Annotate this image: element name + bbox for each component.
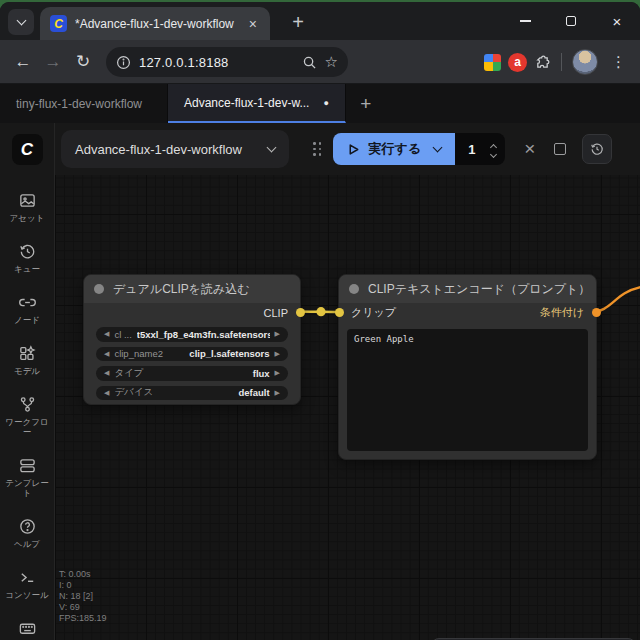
- top-menubar: Advance-flux-1-dev-workflow 実行する 1: [55, 123, 640, 175]
- node-title: デュアルCLIPを読み込む: [113, 281, 250, 298]
- back-button[interactable]: ←: [8, 52, 38, 72]
- prompt-text-input[interactable]: Green Apple: [347, 329, 588, 451]
- widget-clip-name1[interactable]: ◀ cl ... t5xxl_fp8_e4m3fn.safetensors ▶: [96, 327, 288, 342]
- widget-clip-name2[interactable]: ◀ clip_name2 clip_l.safetensors ▶: [96, 347, 288, 362]
- tab-close-icon[interactable]: ×: [246, 15, 260, 33]
- window-close-button[interactable]: ×: [594, 2, 640, 40]
- extensions-row: a ⋮: [484, 40, 632, 84]
- comfyui-logo[interactable]: C: [12, 134, 43, 165]
- sidebar-item-assets[interactable]: アセット: [0, 185, 55, 229]
- run-button-label: 実行する: [369, 140, 422, 158]
- window-controls: ×: [502, 2, 640, 40]
- workflow-tab-tiny-flux[interactable]: tiny-flux-1-dev-workflow: [0, 84, 168, 123]
- stepper-arrows[interactable]: [491, 142, 496, 157]
- run-controls: 実行する 1 ×: [313, 133, 612, 165]
- google-extension-icon[interactable]: [484, 54, 501, 71]
- sidebar-item-shortcuts[interactable]: ショートカット: [0, 613, 55, 640]
- stop-button[interactable]: [554, 143, 566, 155]
- collapse-dot-icon[interactable]: [94, 284, 104, 294]
- node-header[interactable]: CLIPテキストエンコード（プロンプト）: [339, 275, 596, 303]
- stop-icon: [554, 143, 566, 155]
- window-minimize-button[interactable]: [502, 2, 548, 40]
- input-port-clip[interactable]: [335, 308, 344, 317]
- arrow-left-icon[interactable]: ◀: [104, 350, 109, 358]
- sidebar-item-workflows[interactable]: ワークフロー: [0, 389, 55, 443]
- window-maximize-button[interactable]: [548, 2, 594, 40]
- new-tab-button[interactable]: +: [284, 8, 312, 36]
- port-row: クリップ 条件付け: [339, 303, 596, 322]
- site-info-icon[interactable]: [116, 55, 131, 70]
- browser-toolbar: ← → ↻ 127.0.0.1:8188 ☆ a ⋮: [0, 40, 640, 84]
- arrow-right-icon[interactable]: ▶: [275, 350, 280, 358]
- play-icon: [347, 143, 360, 156]
- widget-device[interactable]: ◀ デバイス default ▶: [96, 386, 288, 401]
- new-workflow-tab-button[interactable]: +: [346, 84, 386, 123]
- node-header[interactable]: デュアルCLIPを読み込む: [84, 275, 300, 303]
- node-clip-text-encode[interactable]: CLIPテキストエンコード（プロンプト） クリップ 条件付け Green App…: [338, 274, 597, 460]
- unsaved-changes-dot: ●: [323, 98, 328, 108]
- arrow-left-icon[interactable]: ◀: [104, 330, 109, 338]
- extensions-puzzle-icon[interactable]: [534, 54, 551, 71]
- arrow-right-icon[interactable]: ▶: [275, 369, 280, 377]
- workflow-tabbar: tiny-flux-1-dev-workflow Advance-flux-1-…: [0, 84, 640, 123]
- help-icon: [18, 517, 37, 536]
- output-port-conditioning[interactable]: [592, 308, 601, 317]
- url-text[interactable]: 127.0.0.1:8188: [139, 55, 294, 70]
- minimize-icon: [520, 20, 531, 21]
- chevron-down-icon[interactable]: [433, 142, 443, 152]
- maximize-icon: [566, 16, 576, 26]
- run-button[interactable]: 実行する: [333, 133, 456, 165]
- browser-menu-button[interactable]: ⋮: [605, 53, 632, 71]
- arrow-left-icon[interactable]: ◀: [104, 369, 109, 377]
- sidebar-item-help[interactable]: ヘルプ: [0, 511, 55, 555]
- profile-avatar[interactable]: [572, 49, 598, 75]
- history-icon: [18, 242, 37, 261]
- chevron-down-icon: [267, 142, 277, 152]
- arrow-right-icon[interactable]: ▶: [275, 330, 280, 338]
- node-dual-clip-loader[interactable]: デュアルCLIPを読み込む CLIP ◀ cl ... t5xxl_fp8_e4…: [83, 274, 301, 405]
- arrow-left-icon[interactable]: ◀: [104, 389, 109, 397]
- cancel-run-button[interactable]: ×: [524, 138, 535, 160]
- comfyui-favicon-icon: C: [50, 15, 67, 32]
- browser-tab-active[interactable]: C *Advance-flux-1-dev-workflow ×: [40, 7, 270, 40]
- zoom-page-icon[interactable]: [302, 55, 317, 70]
- comfyui-body: C アセット キュー ノード モデル ワークフロー: [0, 123, 640, 640]
- workflow-tab-label: Advance-flux-1-dev-w...: [184, 96, 309, 110]
- graph-canvas[interactable]: Advance-flux-1-dev-workflow 実行する 1: [55, 123, 640, 640]
- workflow-selector-dropdown[interactable]: Advance-flux-1-dev-workflow: [61, 130, 289, 168]
- arrow-right-icon[interactable]: ▶: [275, 389, 280, 397]
- history-clock-icon: [589, 141, 605, 157]
- node-title: CLIPテキストエンコード（プロンプト）: [368, 281, 590, 298]
- widget-type[interactable]: ◀ タイプ flux ▶: [96, 366, 288, 381]
- stat-nodes: N: 18 [2]: [59, 591, 107, 602]
- reload-button[interactable]: ↻: [68, 51, 98, 72]
- tab-search-button[interactable]: [8, 9, 34, 35]
- sidebar-item-templates[interactable]: テンプレート: [0, 450, 55, 504]
- image-icon: [18, 191, 37, 210]
- chevron-down-icon: [490, 150, 497, 157]
- stat-iterations: I: 0: [59, 580, 107, 591]
- bookmark-star-icon[interactable]: ☆: [325, 53, 338, 71]
- drag-handle-icon[interactable]: [313, 142, 322, 156]
- address-bar[interactable]: 127.0.0.1:8188 ☆: [106, 47, 348, 77]
- output-port-clip[interactable]: [296, 308, 305, 317]
- chevron-down-icon: [16, 15, 26, 25]
- browser-tabstrip: C *Advance-flux-1-dev-workflow × + ×: [0, 2, 640, 40]
- terminal-icon: [18, 568, 37, 587]
- batch-count-stepper[interactable]: 1: [455, 133, 505, 165]
- run-history-button[interactable]: [582, 134, 612, 164]
- perf-stats: T: 0.00s I: 0 N: 18 [2] V: 69 FPS:185.19: [59, 569, 107, 624]
- workflow-tab-advance-flux[interactable]: Advance-flux-1-dev-w... ●: [168, 84, 346, 123]
- red-extension-icon[interactable]: a: [508, 53, 527, 72]
- sidebar-item-nodes[interactable]: ノード: [0, 287, 55, 331]
- keyboard-icon: [18, 619, 37, 638]
- link-midpoint-dot: [316, 307, 325, 316]
- sidebar-item-models[interactable]: モデル: [0, 338, 55, 382]
- stat-time: T: 0.00s: [59, 569, 107, 580]
- sidebar-item-queue[interactable]: キュー: [0, 236, 55, 280]
- collapse-dot-icon[interactable]: [349, 284, 359, 294]
- forward-button[interactable]: →: [38, 52, 68, 72]
- input-label-clip: クリップ: [351, 305, 396, 320]
- templates-icon: [18, 456, 37, 475]
- sidebar-item-console[interactable]: コンソール: [0, 562, 55, 606]
